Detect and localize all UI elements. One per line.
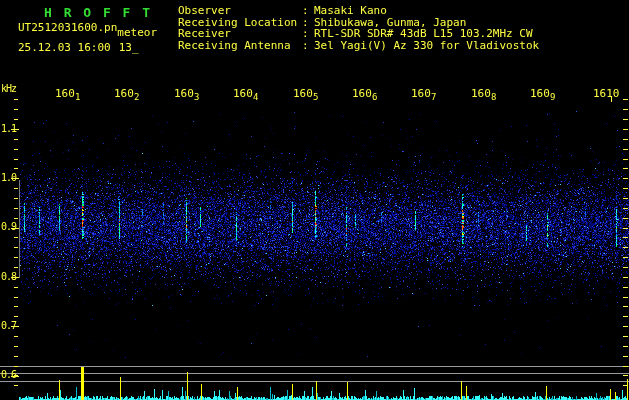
- time-tick-main: 160: [114, 87, 134, 100]
- time-tick-label: 1607: [411, 88, 436, 99]
- time-tick-sub: 5: [313, 92, 318, 102]
- time-tick-label: 1604: [233, 88, 258, 99]
- info-value: 3el Yagi(V) Az 330 for Vladivostok: [314, 39, 539, 52]
- spectrogram-canvas: [0, 0, 629, 400]
- datetime-text: 25.12.03 16:00: [18, 41, 111, 54]
- time-tick-label: 1601: [55, 88, 80, 99]
- time-tick-main: 160: [55, 87, 75, 100]
- hrofft-window: H R O F F T UT2512031600.pnmeteor 25.12.…: [0, 0, 629, 400]
- time-tick-main: 1610: [593, 87, 620, 100]
- time-tick-main: 160: [411, 87, 431, 100]
- freq-tick-label: 0.9: [1, 222, 16, 232]
- freq-tick-label: 1.1: [1, 124, 16, 134]
- time-tick-sub: 9: [550, 92, 555, 102]
- freq-tick-label: 0.8: [1, 272, 16, 282]
- time-tick-sub: 2: [134, 92, 139, 102]
- filename-line: UT2512031600.pnmeteor: [18, 22, 157, 33]
- info-row: Receiving Location:Shibukawa, Gunma, Jap…: [178, 16, 539, 28]
- time-tick-label: 1603: [174, 88, 199, 99]
- time-tick-sub: 1: [75, 92, 80, 102]
- datetime-line: 25.12.03 16:0013_: [18, 42, 139, 53]
- time-tick-main: 160: [293, 87, 313, 100]
- time-tick-main: 160: [352, 87, 372, 100]
- info-row: Receiver:RTL-SDR SDR# 43dB L15 103.2MHz …: [178, 27, 539, 39]
- time-tick-label: 1608: [471, 88, 496, 99]
- info-row: Receiving Antenna:3el Yagi(V) Az 330 for…: [178, 39, 539, 51]
- info-label: Receiving Antenna: [178, 39, 302, 52]
- time-tick-main: 160: [174, 87, 194, 100]
- time-tick-label: 1606: [352, 88, 377, 99]
- info-colon: :: [302, 39, 314, 52]
- counter-text: 13_: [119, 41, 139, 54]
- app-title: H R O F F T: [44, 6, 152, 19]
- time-tick-main: 160: [233, 87, 253, 100]
- station-info: Observer:Masaki KanoReceiving Location:S…: [178, 4, 539, 51]
- time-tick-label: 1605: [293, 88, 318, 99]
- time-tick-main: 160: [530, 87, 550, 100]
- time-tick-label: 1609: [530, 88, 555, 99]
- filename-text: UT2512031600.pn: [18, 21, 117, 34]
- time-tick-label: 1602: [114, 88, 139, 99]
- time-tick-sub: 6: [372, 92, 377, 102]
- time-tick-sub: 3: [194, 92, 199, 102]
- time-tick-sub: 8: [491, 92, 496, 102]
- freq-axis-unit: kHz: [1, 84, 16, 94]
- time-tick-main: 160: [471, 87, 491, 100]
- mode-label: meteor: [117, 26, 157, 39]
- time-tick-sub: 4: [253, 92, 258, 102]
- info-row: Observer:Masaki Kano: [178, 4, 539, 16]
- freq-tick-label: 1.0: [1, 173, 16, 183]
- freq-tick-label: 0.6: [1, 370, 16, 380]
- time-tick-sub: 7: [431, 92, 436, 102]
- time-tick-label: 1610: [593, 88, 620, 99]
- freq-tick-label: 0.7: [1, 321, 16, 331]
